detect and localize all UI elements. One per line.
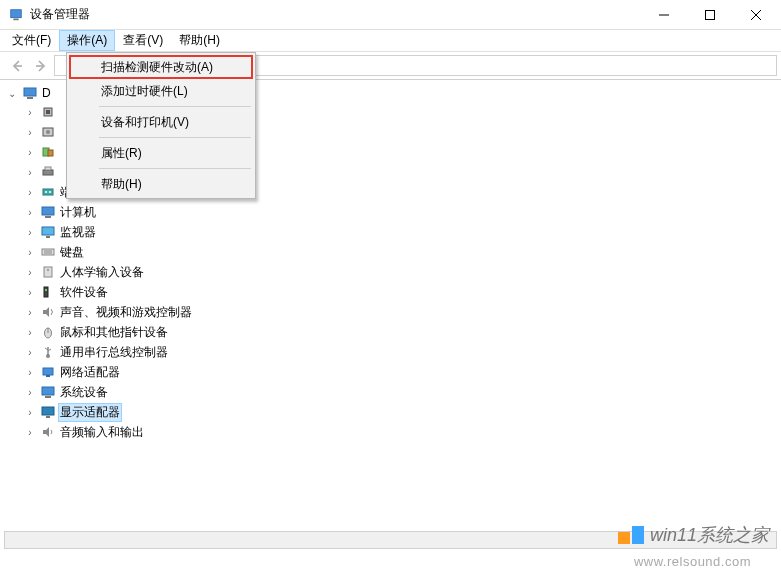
window-title: 设备管理器 (30, 6, 641, 23)
dd-devices-printers[interactable]: 设备和打印机(V) (69, 110, 253, 134)
software-icon (40, 284, 56, 300)
dropdown-sep (99, 137, 251, 138)
port-icon (40, 184, 56, 200)
svg-rect-25 (42, 249, 54, 255)
tree-item[interactable]: ›软件设备 (24, 282, 777, 302)
computer-icon (22, 85, 38, 101)
tree-item[interactable]: ›鼠标和其他指针设备 (24, 322, 777, 342)
svg-rect-44 (46, 416, 50, 418)
dd-add-legacy[interactable]: 添加过时硬件(L) (69, 79, 253, 103)
menu-view[interactable]: 查看(V) (115, 30, 171, 51)
tree-item-label: 声音、视频和游戏控制器 (60, 304, 192, 321)
devices-icon (40, 144, 56, 160)
dd-label: 属性(R) (101, 145, 142, 162)
chevron-right-icon[interactable]: › (24, 346, 36, 358)
tree-root-label: D (42, 86, 51, 100)
chevron-right-icon[interactable]: › (24, 326, 36, 338)
tree-item-label: 鼠标和其他指针设备 (60, 324, 168, 341)
tree-item[interactable]: ›键盘 (24, 242, 777, 262)
watermark-text: win11系统之家 (650, 523, 769, 547)
system-icon (40, 384, 56, 400)
mouse-icon (40, 324, 56, 340)
menu-label: 查看(V) (123, 32, 163, 49)
dd-properties[interactable]: 属性(R) (69, 141, 253, 165)
cpu-icon (40, 104, 56, 120)
menu-label: 文件(F) (12, 32, 51, 49)
usb-icon (40, 344, 56, 360)
tree-item[interactable]: ›声音、视频和游戏控制器 (24, 302, 777, 322)
tree-item-label: 音频输入和输出 (60, 424, 144, 441)
svg-point-20 (49, 191, 51, 193)
tree-item-label: 网络适配器 (60, 364, 120, 381)
menu-label: 帮助(H) (179, 32, 220, 49)
svg-rect-1 (13, 18, 18, 20)
chevron-right-icon[interactable]: › (24, 126, 36, 138)
dd-help[interactable]: 帮助(H) (69, 172, 253, 196)
svg-rect-11 (46, 110, 50, 114)
menu-action[interactable]: 操作(A) (59, 30, 115, 51)
dd-label: 添加过时硬件(L) (101, 83, 188, 100)
tree-item[interactable]: ›监视器 (24, 222, 777, 242)
menu-file[interactable]: 文件(F) (4, 30, 59, 51)
chevron-right-icon[interactable]: › (24, 106, 36, 118)
menubar: 文件(F) 操作(A) 查看(V) 帮助(H) (0, 30, 781, 52)
chevron-right-icon[interactable]: › (24, 426, 36, 438)
svg-rect-22 (45, 216, 51, 218)
hid-icon (40, 264, 56, 280)
tree-item[interactable]: ›网络适配器 (24, 362, 777, 382)
chevron-right-icon[interactable]: › (24, 226, 36, 238)
chevron-right-icon[interactable]: › (24, 166, 36, 178)
back-button[interactable] (6, 55, 28, 77)
tree-item[interactable]: ›音频输入和输出 (24, 422, 777, 442)
tree-item[interactable]: ›计算机 (24, 202, 777, 222)
dropdown-sep (99, 168, 251, 169)
chevron-right-icon[interactable]: › (24, 366, 36, 378)
chevron-right-icon[interactable]: › (24, 406, 36, 418)
svg-rect-41 (42, 387, 54, 395)
tree-item[interactable]: ›系统设备 (24, 382, 777, 402)
keyboard-icon (40, 244, 56, 260)
chevron-down-icon[interactable]: ⌄ (6, 87, 18, 99)
chevron-right-icon[interactable]: › (24, 286, 36, 298)
dd-scan-hardware[interactable]: 扫描检测硬件改动(A) (69, 55, 253, 79)
svg-rect-42 (45, 396, 51, 398)
chevron-right-icon[interactable]: › (24, 186, 36, 198)
chevron-right-icon[interactable]: › (24, 266, 36, 278)
watermark: win11系统之家 (618, 523, 769, 547)
svg-rect-23 (42, 227, 54, 235)
svg-point-19 (45, 191, 47, 193)
tree-item[interactable]: ›显示适配器 (24, 402, 777, 422)
network-icon (40, 364, 56, 380)
forward-button[interactable] (30, 55, 52, 77)
tree-item[interactable]: ›人体学输入设备 (24, 262, 777, 282)
tree-item-label: 计算机 (60, 204, 96, 221)
svg-point-29 (47, 269, 49, 271)
monitor-icon (40, 224, 56, 240)
chevron-right-icon[interactable]: › (24, 206, 36, 218)
chevron-right-icon[interactable]: › (24, 386, 36, 398)
disk-icon (40, 124, 56, 140)
chevron-right-icon[interactable]: › (24, 246, 36, 258)
close-button[interactable] (733, 1, 779, 29)
svg-rect-31 (45, 289, 47, 291)
svg-rect-43 (42, 407, 54, 415)
chevron-right-icon[interactable]: › (24, 146, 36, 158)
chevron-right-icon[interactable]: › (24, 306, 36, 318)
menu-help[interactable]: 帮助(H) (171, 30, 228, 51)
computer-icon (40, 204, 56, 220)
svg-marker-45 (43, 427, 49, 437)
maximize-button[interactable] (687, 1, 733, 29)
svg-marker-32 (43, 307, 49, 317)
svg-rect-3 (706, 10, 715, 19)
svg-rect-9 (27, 97, 33, 99)
tree-item-label: 人体学输入设备 (60, 264, 144, 281)
titlebar: 设备管理器 (0, 0, 781, 30)
minimize-button[interactable] (641, 1, 687, 29)
dd-label: 帮助(H) (101, 176, 142, 193)
app-icon (8, 7, 24, 23)
svg-rect-16 (43, 170, 53, 175)
svg-rect-39 (43, 368, 53, 375)
watermark-logo (618, 526, 644, 544)
sound-icon (40, 304, 56, 320)
tree-item[interactable]: ›通用串行总线控制器 (24, 342, 777, 362)
